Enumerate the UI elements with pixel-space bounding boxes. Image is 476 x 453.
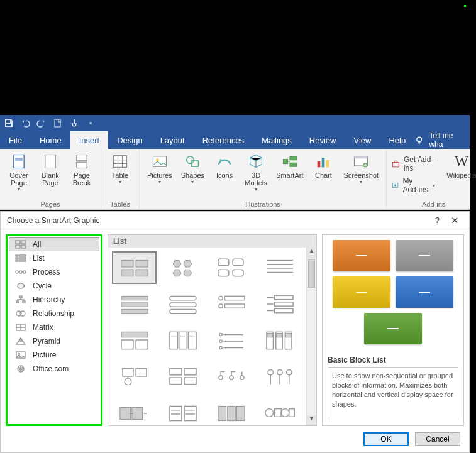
- undo-icon[interactable]: [20, 118, 30, 128]
- svg-rect-37: [16, 260, 18, 261]
- gallery-thumb[interactable]: [209, 288, 254, 320]
- screenshot-button[interactable]: Screenshot▾: [341, 151, 381, 186]
- newdoc-icon[interactable]: [53, 118, 63, 128]
- redo-icon[interactable]: [36, 118, 47, 128]
- category-pyramid[interactable]: Pyramid: [9, 334, 99, 348]
- cover-page-button[interactable]: Cover Page▾: [5, 151, 33, 194]
- relationship-icon: [15, 309, 26, 318]
- category-relationship[interactable]: Relationship: [9, 307, 99, 320]
- ok-button[interactable]: OK: [363, 432, 409, 446]
- tab-layout[interactable]: Layout: [152, 131, 194, 149]
- gallery-thumb[interactable]: [258, 397, 302, 425]
- svg-rect-53: [121, 270, 133, 276]
- tab-design[interactable]: Design: [108, 131, 151, 149]
- svg-point-41: [23, 271, 26, 273]
- gallery-thumb[interactable]: [160, 251, 205, 284]
- svg-rect-85: [277, 333, 282, 337]
- scroll-thumb[interactable]: [308, 259, 315, 288]
- category-officecom[interactable]: Office.com: [9, 362, 99, 376]
- customize-icon[interactable]: ▾: [86, 118, 96, 128]
- touch-icon[interactable]: [69, 118, 79, 128]
- chart-button[interactable]: Chart: [309, 151, 337, 180]
- gallery-thumb[interactable]: [209, 361, 254, 393]
- category-matrix[interactable]: Matrix: [9, 320, 99, 334]
- gallery-thumb[interactable]: [209, 251, 254, 284]
- page-break-button[interactable]: Page Break: [68, 151, 96, 188]
- preview-graphic: [328, 240, 458, 351]
- svg-point-80: [219, 346, 222, 349]
- svg-rect-101: [131, 408, 142, 420]
- group-illustrations-label: Illustrations: [145, 199, 381, 208]
- tab-insert[interactable]: Insert: [70, 131, 109, 149]
- svg-rect-19: [322, 158, 325, 167]
- gallery-thumb[interactable]: [258, 324, 302, 357]
- gallery-thumb[interactable]: [112, 324, 157, 357]
- tab-help[interactable]: Help: [380, 131, 414, 149]
- gallery-thumb[interactable]: [258, 361, 302, 393]
- svg-rect-77: [188, 332, 196, 349]
- svg-rect-55: [218, 259, 229, 266]
- my-addins-button[interactable]: My Add-ins ▾: [392, 177, 435, 194]
- svg-rect-90: [170, 368, 182, 375]
- svg-point-40: [19, 271, 22, 273]
- help-button[interactable]: ?: [428, 216, 447, 225]
- gallery-thumb[interactable]: [112, 251, 157, 284]
- scroll-down-icon[interactable]: ▼: [307, 415, 316, 425]
- group-addins: Get Add-ins My Add-ins ▾ W Wikipedia Add…: [387, 149, 476, 209]
- process-icon: [15, 268, 26, 276]
- table-button[interactable]: Table▾: [106, 151, 134, 186]
- picture-icon: [15, 351, 26, 359]
- tab-mailings[interactable]: Mailings: [253, 131, 301, 149]
- 3d-models-button[interactable]: 3D Models▾: [242, 151, 270, 194]
- svg-point-98: [277, 369, 282, 374]
- svg-rect-76: [179, 332, 187, 349]
- gallery-thumb[interactable]: [209, 397, 254, 425]
- tab-references[interactable]: References: [194, 131, 253, 149]
- gallery-thumb[interactable]: [160, 324, 205, 357]
- get-addins-button[interactable]: Get Add-ins: [392, 155, 435, 173]
- category-picture[interactable]: Picture: [9, 348, 99, 362]
- svg-point-14: [219, 159, 222, 161]
- smartart-dialog: Choose a SmartArt Graphic ? ✕ AllListPro…: [0, 211, 470, 453]
- scroll-up-icon[interactable]: ▲: [307, 248, 316, 258]
- svg-rect-102: [170, 406, 182, 420]
- tab-home[interactable]: Home: [31, 131, 70, 149]
- category-cycle[interactable]: Cycle: [9, 279, 99, 293]
- category-hierarchy[interactable]: Hierarchy: [9, 293, 99, 307]
- tell-me-label: Tell me wha: [429, 131, 467, 149]
- save-icon[interactable]: [4, 118, 14, 128]
- smartart-button[interactable]: SmartArt: [274, 151, 306, 180]
- gallery-thumb[interactable]: [160, 288, 205, 320]
- svg-rect-18: [318, 161, 321, 167]
- shapes-button[interactable]: Shapes▾: [179, 151, 207, 186]
- gallery-thumb[interactable]: [112, 397, 157, 425]
- svg-rect-63: [170, 303, 196, 307]
- svg-rect-22: [355, 156, 368, 159]
- category-process[interactable]: Process: [9, 265, 99, 279]
- tell-me[interactable]: Tell me wha: [414, 131, 470, 149]
- cycle-icon: [15, 281, 26, 290]
- category-label: Office.com: [33, 364, 69, 373]
- tab-view[interactable]: View: [345, 131, 380, 149]
- gallery-thumb[interactable]: [209, 324, 254, 357]
- gallery-thumb[interactable]: [112, 288, 157, 320]
- gallery-thumb[interactable]: [160, 397, 205, 425]
- icons-button[interactable]: Icons: [211, 151, 238, 180]
- svg-rect-36: [19, 258, 26, 259]
- group-tables: Table▾ Tables: [101, 149, 140, 209]
- cancel-button[interactable]: Cancel: [415, 432, 460, 446]
- gallery-thumb[interactable]: [160, 361, 205, 393]
- category-all[interactable]: All: [9, 237, 99, 251]
- close-button[interactable]: ✕: [447, 215, 463, 226]
- tab-file[interactable]: File: [0, 131, 31, 149]
- gallery-scrollbar[interactable]: ▲ ▼: [306, 248, 316, 425]
- wikipedia-button[interactable]: W Wikipedia: [448, 151, 475, 180]
- gallery-thumb[interactable]: [258, 251, 302, 284]
- blank-page-button[interactable]: Blank Page: [36, 151, 64, 188]
- pictures-button[interactable]: Pictures▾: [145, 151, 175, 186]
- svg-point-109: [281, 409, 289, 417]
- gallery-thumb[interactable]: [112, 361, 157, 393]
- gallery-thumb[interactable]: [258, 288, 302, 320]
- tab-review[interactable]: Review: [301, 131, 345, 149]
- category-list[interactable]: List: [9, 251, 99, 265]
